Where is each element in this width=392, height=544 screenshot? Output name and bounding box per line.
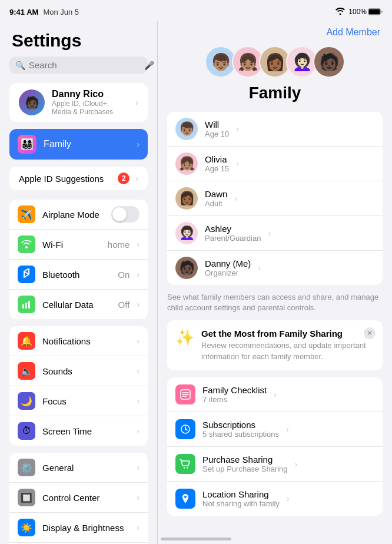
purchase-sharing-title: Purchase Sharing — [202, 455, 288, 465]
avatar-danny: 🧑🏿 — [313, 46, 345, 78]
main-panel: Add Member 👦🏽 👧🏽 👩🏾 👩🏻‍🦱 🧑🏿 Family 👦🏽 Wi… — [158, 21, 392, 544]
search-icon: 🔍 — [15, 61, 25, 70]
settings-row-wifi[interactable]: Wi-Fi home › — [9, 230, 148, 260]
feature-row-subscriptions[interactable]: Subscriptions 5 shared subscriptions › — [167, 412, 383, 447]
user-subtitle: Apple ID, iCloud+, Media & Purchases — [52, 99, 128, 116]
home-indicator — [161, 538, 231, 540]
svg-rect-1 — [369, 9, 380, 15]
dawn-info: Dawn Adult — [205, 189, 227, 208]
promo-banner: ✨ Get the Most from Family Sharing Revie… — [167, 320, 383, 370]
subscriptions-info: Subscriptions 5 shared subscriptions — [202, 420, 279, 439]
focus-chevron-icon: › — [137, 396, 139, 406]
danny-name: Danny (Me) — [205, 258, 251, 268]
status-time: 9:41 AM — [9, 8, 38, 16]
subscriptions-chevron-icon: › — [286, 424, 289, 434]
battery-icon: 100% — [348, 8, 383, 16]
member-row-dawn[interactable]: 👩🏾 Dawn Adult › — [167, 181, 383, 216]
settings-row-general[interactable]: ⚙️ General › — [9, 453, 148, 483]
location-sharing-title: Location Sharing — [202, 489, 280, 499]
family-icon: 👨‍👩‍👧‍👦 — [18, 135, 36, 154]
olivia-role: Age 15 — [205, 164, 229, 173]
purchase-sharing-chevron-icon: › — [295, 459, 298, 469]
promo-title: Get the Most from Family Sharing — [201, 329, 374, 339]
control-center-chevron-icon: › — [137, 493, 139, 502]
settings-group-connectivity: ✈️ Airplane Mode Wi-Fi home › Bluetooth … — [9, 200, 148, 319]
promo-subtitle: Review recommendations, and update impor… — [201, 340, 374, 361]
airplane-mode-toggle[interactable] — [111, 206, 139, 223]
location-sharing-subtitle: Not sharing with family — [202, 499, 280, 508]
olivia-name: Olivia — [205, 154, 229, 164]
location-sharing-chevron-icon: › — [287, 494, 290, 503]
svg-rect-4 — [28, 301, 30, 309]
add-member-button[interactable]: Add Member — [326, 27, 380, 38]
feature-row-location-sharing[interactable]: Location Sharing Not sharing with family… — [167, 482, 383, 516]
bluetooth-chevron-icon: › — [137, 270, 139, 279]
family-chevron-icon: › — [137, 140, 139, 149]
screen-time-icon: ⏱ — [18, 422, 35, 440]
checklist-icon — [175, 384, 195, 404]
danny-avatar: 🧑🏿 — [175, 257, 198, 279]
settings-row-screen-time[interactable]: ⏱ Screen Time › — [9, 416, 148, 446]
family-hero: 👦🏽 👧🏽 👩🏾 👩🏻‍🦱 🧑🏿 Family — [158, 41, 392, 112]
bluetooth-label: Bluetooth — [42, 270, 111, 280]
feature-row-checklist[interactable]: Family Checklist 7 items › — [167, 377, 383, 412]
settings-row-focus[interactable]: 🌙 Focus › — [9, 386, 148, 416]
settings-row-sounds[interactable]: 🔈 Sounds › — [9, 356, 148, 386]
user-name: Danny Rico — [52, 89, 128, 99]
bluetooth-icon — [18, 266, 35, 283]
family-page-title: Family — [249, 84, 301, 102]
checklist-subtitle: 7 items — [202, 395, 267, 404]
ashley-chevron-icon: › — [268, 228, 271, 238]
notifications-chevron-icon: › — [137, 336, 139, 346]
cellular-chevron-icon: › — [137, 300, 139, 309]
wifi-label: Wi-Fi — [42, 240, 101, 250]
feature-row-purchase-sharing[interactable]: Purchase Sharing Set up Purchase Sharing… — [167, 447, 383, 482]
status-bar: 9:41 AM Mon Jun 5 100% — [0, 0, 392, 21]
control-center-icon: 🔲 — [18, 489, 35, 506]
will-info: Will Age 10 — [205, 120, 229, 138]
notifications-label: Notifications — [42, 336, 129, 346]
search-bar[interactable]: 🔍 🎤 — [9, 57, 148, 74]
subscriptions-subtitle: 5 shared subscriptions — [202, 430, 279, 439]
sidebar-item-family[interactable]: 👨‍👩‍👧‍👦 Family › — [9, 129, 148, 160]
location-sharing-info: Location Sharing Not sharing with family — [202, 489, 280, 508]
user-avatar: 🧑🏿 — [19, 89, 45, 115]
settings-row-display[interactable]: ☀️ Display & Brightness › — [9, 513, 148, 543]
screen-time-label: Screen Time — [42, 426, 129, 436]
danny-chevron-icon: › — [258, 263, 261, 273]
ashley-info: Ashley Parent/Guardian — [205, 224, 261, 243]
checklist-title: Family Checklist — [202, 385, 267, 395]
general-chevron-icon: › — [137, 463, 139, 472]
settings-row-control-center[interactable]: 🔲 Control Center › — [9, 483, 148, 513]
focus-label: Focus — [42, 396, 129, 406]
subscriptions-icon — [175, 419, 195, 439]
member-row-ashley[interactable]: 👩🏻‍🦱 Ashley Parent/Guardian › — [167, 216, 383, 251]
settings-row-airplane-mode[interactable]: ✈️ Airplane Mode — [9, 200, 148, 230]
airplane-mode-label: Airplane Mode — [42, 210, 104, 220]
member-row-will[interactable]: 👦🏽 Will Age 10 › — [167, 112, 383, 147]
svg-point-7 — [184, 467, 185, 468]
svg-point-8 — [187, 467, 188, 468]
will-name: Will — [205, 120, 229, 130]
olivia-info: Olivia Age 15 — [205, 154, 229, 173]
settings-row-bluetooth[interactable]: Bluetooth On › — [9, 260, 148, 290]
sidebar: Settings 🔍 🎤 🧑🏿 Danny Rico Apple ID, iCl… — [0, 21, 158, 544]
danny-role: Organizer — [205, 268, 251, 277]
member-row-olivia[interactable]: 👧🏽 Olivia Age 15 › — [167, 147, 383, 181]
focus-icon: 🌙 — [18, 392, 35, 410]
settings-row-notifications[interactable]: 🔔 Notifications › — [9, 326, 148, 356]
mic-icon: 🎤 — [144, 61, 154, 70]
display-chevron-icon: › — [137, 523, 139, 532]
search-input[interactable] — [29, 60, 141, 70]
suggestions-chevron-icon: › — [135, 174, 138, 183]
olivia-chevron-icon: › — [236, 159, 239, 168]
dawn-chevron-icon: › — [234, 194, 237, 203]
settings-row-cellular[interactable]: Cellular Data Off › — [9, 290, 148, 319]
member-row-danny[interactable]: 🧑🏿 Danny (Me) Organizer › — [167, 251, 383, 285]
apple-id-suggestions-row[interactable]: Apple ID Suggestions 2 › — [9, 167, 148, 190]
general-icon: ⚙️ — [18, 459, 35, 476]
svg-rect-2 — [22, 304, 24, 309]
purchase-sharing-info: Purchase Sharing Set up Purchase Sharing — [202, 455, 288, 473]
ashley-role: Parent/Guardian — [205, 234, 261, 243]
user-profile-row[interactable]: 🧑🏿 Danny Rico Apple ID, iCloud+, Media &… — [9, 83, 148, 122]
